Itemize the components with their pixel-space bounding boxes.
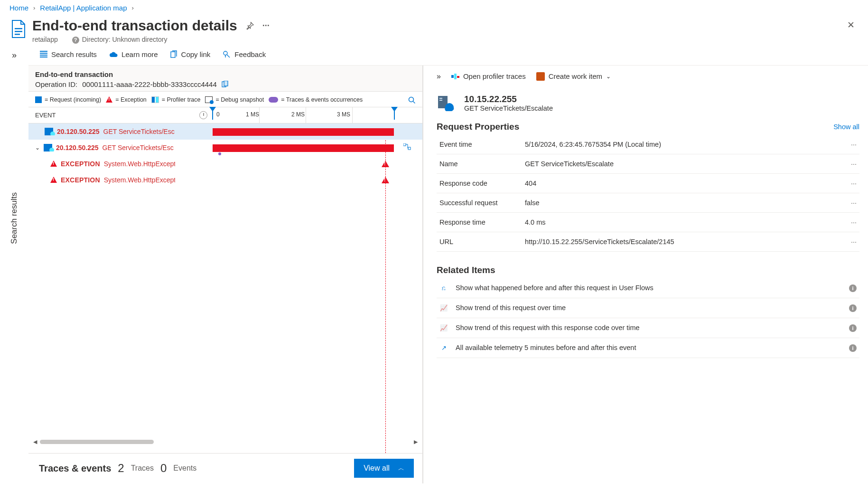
profiler-legend-label: = Profiler trace [162, 96, 201, 103]
view-all-label: View all [364, 464, 390, 473]
row-more-icon[interactable]: ··· [840, 135, 859, 154]
svg-rect-3 [171, 52, 175, 57]
info-icon[interactable]: i [849, 284, 857, 292]
scroll-left-icon[interactable]: ◀ [33, 439, 37, 445]
row-more-icon[interactable]: ··· [840, 232, 859, 251]
show-all-link[interactable]: Show all [833, 123, 859, 131]
request-properties-heading: Request Properties [437, 122, 519, 132]
duration-bar [213, 128, 394, 136]
tick-2: 2 MS [291, 111, 305, 118]
related-item-label: All available telemetry 5 minutes before… [456, 344, 636, 351]
search-results-button[interactable]: Search results [40, 50, 97, 58]
prop-row[interactable]: Event time5/16/2024, 6:23:45.7675354 PM … [437, 135, 859, 154]
prop-row[interactable]: Successful requestfalse··· [437, 193, 859, 212]
scroll-thumb[interactable] [40, 440, 154, 444]
telemetry-icon: ↗ [439, 344, 448, 351]
clock-icon[interactable] [199, 111, 207, 119]
related-item[interactable]: ↗ All available telemetry 5 minutes befo… [437, 338, 859, 358]
trend-icon: 📈 [439, 324, 448, 331]
svg-rect-0 [15, 28, 22, 29]
request-legend-label: = Request (incoming) [45, 96, 101, 103]
timeline-row-exception[interactable]: EXCEPTION System.Web.HttpException [28, 172, 422, 188]
exception-marker [382, 161, 389, 167]
info-icon[interactable]: i [849, 344, 857, 352]
row-more-icon[interactable]: ··· [840, 154, 859, 173]
prop-key: URL [437, 232, 522, 251]
related-item-label: Show what happened before and after this… [456, 284, 653, 292]
row-ip: 20.120.50.225 [57, 128, 100, 135]
chevron-right-icon: › [132, 4, 134, 11]
create-workitem-button[interactable]: Create work item ⌄ [536, 72, 611, 81]
svg-rect-12 [457, 76, 459, 78]
copy-link-button[interactable]: Copy link [170, 50, 211, 58]
chevron-down-icon: ⌄ [606, 73, 611, 80]
server-subtitle: GET ServiceTickets/Escalate [464, 104, 553, 112]
prop-value: false [522, 193, 840, 212]
svg-rect-2 [15, 34, 20, 35]
row-more-icon[interactable]: ··· [840, 212, 859, 232]
row-more-icon[interactable]: ··· [840, 173, 859, 193]
trend-icon: 📈 [439, 304, 448, 312]
related-items-heading: Related Items [437, 265, 495, 275]
info-icon: ? [72, 37, 79, 44]
svg-rect-1 [15, 31, 22, 32]
row-exception-detail: System.Web.HttpException [104, 176, 175, 184]
legend: = Request (incoming) = Exception = Profi… [28, 91, 422, 107]
search-icon[interactable] [408, 96, 416, 104]
timeline-row[interactable]: ⌄ 20.120.50.225 GET ServiceTickets/Escal… [28, 140, 422, 156]
breadcrumb-app[interactable]: RetailApp | Application map [40, 4, 127, 12]
chevron-up-icon: ︿ [398, 464, 404, 473]
details-pane: » Open profiler traces Create work item … [423, 66, 868, 483]
expand-rail-icon[interactable]: » [12, 50, 17, 60]
breadcrumb-home[interactable]: Home [9, 4, 28, 12]
workitem-icon [536, 72, 545, 81]
events-label: Events [173, 464, 196, 473]
prop-key: Response code [437, 173, 522, 193]
copy-opid-icon[interactable] [222, 81, 229, 87]
range-end-marker[interactable] [391, 107, 398, 112]
prop-row[interactable]: NameGET ServiceTickets/Escalate··· [437, 154, 859, 173]
operation-id-value: 00001111-aaaa-2222-bbbb-3333cccc4444 [82, 80, 217, 88]
timeline-row-exception[interactable]: EXCEPTION System.Web.HttpException [28, 156, 422, 172]
range-start-marker[interactable] [209, 107, 216, 112]
page-header: End-to-end transaction details ··· retai… [0, 15, 868, 44]
info-icon[interactable]: i [849, 304, 857, 312]
snapshot-legend-icon [205, 96, 213, 103]
more-icon[interactable]: ··· [262, 21, 270, 31]
learn-more-button[interactable]: Learn more [109, 50, 158, 58]
prop-row[interactable]: Response time4.0 ms··· [437, 212, 859, 232]
prop-row[interactable]: Response code404··· [437, 173, 859, 193]
prop-value: 4.0 ms [522, 212, 840, 232]
transaction-title: End-to-end transaction [35, 70, 416, 78]
related-item[interactable]: ⎌ Show what happened before and after th… [437, 278, 859, 298]
info-icon[interactable]: i [849, 324, 857, 332]
row-operation: GET ServiceTickets/Escalate [103, 144, 174, 151]
svg-rect-15 [439, 100, 442, 101]
related-item[interactable]: 📈 Show trend of this request with this r… [437, 318, 859, 338]
related-item-label: Show trend of this request with this res… [456, 324, 640, 331]
server-icon [44, 144, 52, 151]
row-more-icon[interactable]: ··· [840, 193, 859, 212]
prop-row[interactable]: URLhttp://10.15.22.255/ServiceTickets/Es… [437, 232, 859, 251]
feedback-button[interactable]: Feedback [223, 50, 266, 58]
related-item[interactable]: 📈 Show trend of this request over time i [437, 298, 859, 318]
chevron-down-icon[interactable]: ⌄ [35, 144, 40, 151]
prop-value: 404 [522, 173, 840, 193]
prop-value: GET ServiceTickets/Escalate [522, 154, 840, 173]
toolbar: Search results Learn more Copy link Feed… [28, 44, 868, 66]
traces-legend-icon [269, 97, 278, 103]
footer-title: Traces & events [39, 463, 111, 474]
view-all-button[interactable]: View all ︿ [354, 459, 414, 478]
close-icon[interactable]: ✕ [847, 19, 855, 30]
pin-icon[interactable] [246, 22, 254, 30]
collapse-pane-icon[interactable]: » [437, 72, 441, 81]
flow-icon[interactable] [403, 143, 411, 150]
open-profiler-button[interactable]: Open profiler traces [451, 72, 526, 80]
row-ip: 20.120.50.225 [56, 144, 99, 151]
left-rail: » Search results [0, 44, 28, 483]
timeline-row[interactable]: 20.120.50.225 GET ServiceTickets/Escalat… [28, 123, 422, 140]
horizontal-scrollbar[interactable]: ◀ ▶ [33, 437, 418, 447]
prop-key: Response time [437, 212, 522, 232]
scroll-right-icon[interactable]: ▶ [414, 439, 418, 445]
document-icon [10, 19, 27, 38]
